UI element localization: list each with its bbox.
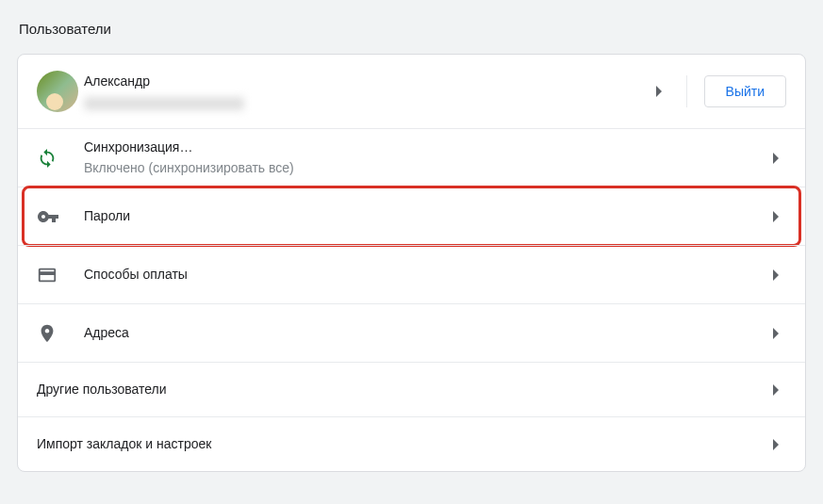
addresses-row[interactable]: Адреса — [18, 303, 805, 362]
sync-title: Синхронизация… — [84, 138, 767, 157]
passwords-title: Пароли — [84, 207, 767, 226]
chevron-right-icon — [767, 153, 786, 164]
passwords-row[interactable]: Пароли — [18, 187, 805, 245]
sync-row[interactable]: Синхронизация… Включено (синхронизироват… — [18, 128, 805, 187]
payment-title: Способы оплаты — [84, 266, 767, 285]
payment-row[interactable]: Способы оплаты — [18, 245, 805, 303]
sync-icon — [37, 148, 58, 169]
profile-email: redacted@example.com — [84, 97, 244, 110]
chevron-right-icon — [767, 439, 786, 450]
sync-sub: Включено (синхронизировать все) — [84, 159, 767, 178]
chevron-right-icon — [767, 269, 786, 281]
other-users-title: Другие пользователи — [37, 381, 767, 399]
signout-button[interactable]: Выйти — [704, 75, 786, 107]
profile-row[interactable]: Александр redacted@example.com Выйти — [18, 55, 805, 128]
page-title: Пользователи — [19, 21, 806, 37]
chevron-right-icon — [650, 86, 669, 97]
import-row[interactable]: Импорт закладок и настроек — [18, 416, 805, 471]
separator — [686, 75, 687, 107]
other-users-row[interactable]: Другие пользователи — [18, 362, 805, 416]
addresses-title: Адреса — [84, 324, 767, 343]
settings-card: Александр redacted@example.com Выйти Син… — [17, 54, 806, 472]
chevron-right-icon — [767, 384, 786, 396]
credit-card-icon — [37, 265, 58, 285]
profile-name: Александр — [84, 73, 650, 91]
chevron-right-icon — [767, 328, 786, 339]
chevron-right-icon — [767, 211, 786, 222]
key-icon — [37, 205, 59, 228]
avatar — [37, 71, 78, 112]
location-icon — [37, 323, 58, 344]
import-title: Импорт закладок и настроек — [37, 435, 767, 454]
